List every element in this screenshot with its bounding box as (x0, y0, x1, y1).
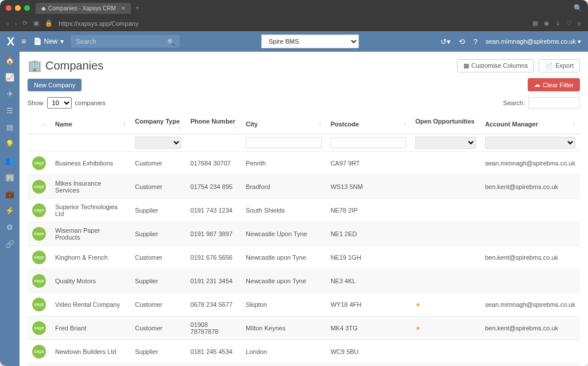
cell-phone: 0678 234 5677 (186, 293, 242, 317)
star-icon: ★ (415, 325, 421, 332)
chart-icon[interactable]: 📈 (5, 73, 14, 82)
table-row[interactable]: sage Newtown Builders Ltd Supplier 0181 … (28, 340, 580, 364)
sage-badge: sage (32, 345, 46, 359)
page-title: 🏢 Companies (28, 59, 103, 72)
power-icon[interactable]: ⚡ (5, 206, 14, 215)
list-icon[interactable]: ☰ (6, 106, 13, 115)
cell-opp (411, 246, 481, 269)
shield-icon[interactable]: ▣ (33, 20, 39, 27)
new-company-button[interactable]: New Company (28, 79, 82, 91)
search-icon[interactable]: 🔍 (167, 38, 175, 46)
ext-icon-3[interactable]: ⤓ (555, 20, 560, 27)
maximize-window-icon[interactable] (24, 5, 30, 11)
ext-icon[interactable]: ▦ (532, 20, 538, 27)
cell-name: Business Exhibitions (51, 152, 130, 175)
doc-icon[interactable]: ▤ (6, 123, 13, 132)
clear-filter-button[interactable]: ☁ Clear Filter (528, 78, 580, 91)
org-selector[interactable]: Spire BMS (261, 34, 359, 48)
bulb-icon[interactable]: 💡 (5, 140, 14, 148)
close-tab-icon[interactable]: × (122, 5, 125, 11)
settings-icon[interactable]: ⚙ (6, 223, 13, 232)
col-phone[interactable]: Phone Number↕ (186, 114, 242, 134)
table-row[interactable]: sage Fred Briant Customer 01908 78787878… (28, 317, 580, 340)
close-window-icon[interactable] (6, 5, 11, 11)
ext-icon-2[interactable]: ◉ (544, 20, 550, 27)
titlebar: ◆ Companies - Xapsys CRM × + 🔍 (0, 0, 588, 16)
cell-opp (411, 364, 481, 367)
new-button[interactable]: 📄 New ▾ (33, 37, 64, 45)
forward-icon[interactable]: › (15, 20, 17, 27)
table-row[interactable]: sage Video Rental Company Customer 0678 … (28, 293, 580, 317)
companies-label: companies (75, 99, 106, 106)
user-menu[interactable]: sean.mimnagh@spirebms.co.uk ▾ (486, 38, 581, 45)
col-sort[interactable]: ↑↓ (28, 114, 51, 134)
filter-opp[interactable] (415, 137, 476, 149)
menu-icon[interactable]: ≡ (578, 20, 581, 27)
cell-type: Supplier (130, 199, 185, 222)
cell-city: Newcastle upon Tyne (241, 246, 326, 269)
sage-badge: sage (32, 298, 46, 311)
cell-city: South Shields (241, 199, 326, 222)
search-icon[interactable]: 🔍 (574, 4, 582, 12)
col-type[interactable]: Company Type↕ (130, 114, 185, 134)
ext-icon-4[interactable]: ♡ (566, 20, 572, 27)
filter-type[interactable] (135, 137, 181, 149)
link-icon[interactable]: 🔗 (5, 240, 14, 248)
browser-tab[interactable]: ◆ Companies - Xapsys CRM × (36, 3, 131, 14)
minimize-window-icon[interactable] (15, 5, 21, 11)
url[interactable]: https://xapsys.app/Company (59, 20, 526, 27)
users-icon[interactable]: 👥 (5, 156, 14, 165)
table-row[interactable]: sage Mikes Insurance Services Customer 0… (28, 175, 580, 199)
filter-mgr[interactable] (485, 137, 575, 149)
dashboard-icon[interactable]: 🏠 (5, 56, 14, 65)
cell-mgr (481, 222, 580, 246)
table-row[interactable]: sage Quality Motors Supplier 0191 231 34… (28, 269, 580, 293)
cell-opp (411, 175, 481, 199)
sage-badge: sage (32, 274, 46, 288)
cell-city: Skipton (241, 293, 326, 317)
filter-city[interactable] (246, 137, 322, 148)
hamburger-icon[interactable]: ≡ (21, 37, 26, 46)
table-search-input[interactable] (528, 97, 580, 109)
cell-type: Customer (130, 293, 185, 317)
cell-phone: 017684 30707 (186, 152, 242, 175)
col-mgr[interactable]: Account Manager↕ (481, 114, 580, 134)
table-row[interactable]: sage Kinghorn & French Customer 0191 676… (28, 246, 580, 269)
table-row[interactable]: sage Superior Technologies Ltd Supplier … (28, 199, 580, 222)
cell-opp (411, 340, 481, 364)
table-row[interactable]: sage Business Exhibitions Customer 01768… (28, 152, 580, 175)
file-icon: 📄 (33, 37, 42, 45)
star-icon: ★ (415, 301, 421, 308)
sync-icon[interactable]: ⟲ (459, 37, 465, 46)
cell-postcode: MK4 3TG (326, 317, 411, 340)
col-opp[interactable]: Open Opportunities↕ (411, 114, 481, 134)
table-row[interactable]: sage Wiseman Paper Products Supplier 019… (28, 222, 580, 246)
cell-name: Macolm Hall Associates (51, 364, 130, 367)
building-icon[interactable]: 🏢 (5, 173, 14, 182)
table-row[interactable]: sage Macolm Hall Associates Customer 012… (28, 364, 580, 367)
col-name[interactable]: Name↕ (51, 114, 130, 134)
cell-name: Fred Briant (51, 317, 130, 340)
briefcase-icon[interactable]: 💼 (5, 190, 14, 198)
filter-postcode[interactable] (331, 137, 406, 148)
cell-phone: 01754 234 895 (186, 175, 242, 199)
history-icon[interactable]: ↺▾ (440, 37, 451, 46)
app-logo[interactable]: X (7, 35, 14, 48)
cell-mgr (481, 340, 580, 364)
export-button[interactable]: 📄 Export (539, 59, 580, 72)
cell-city: Bradford (241, 175, 326, 199)
col-city[interactable]: City↕ (241, 114, 326, 134)
new-tab-button[interactable]: + (136, 4, 140, 12)
customise-columns-button[interactable]: ▦ Customise Columns (457, 59, 534, 72)
reload-icon[interactable]: ⟳ (22, 20, 28, 27)
cell-name: Quality Motors (51, 269, 130, 293)
page-size-select[interactable]: 10 (47, 97, 72, 109)
search-input[interactable] (71, 35, 180, 48)
sidebar: 🏠 📈 ✈ ☰ ▤ 💡 👥 🏢 💼 ⚡ ⚙ 🔗 (0, 52, 20, 366)
cell-mgr: sean.mimnagh@spirebms.co.uk (481, 364, 580, 367)
col-postcode[interactable]: Postcode↕ (326, 114, 411, 134)
back-icon[interactable]: ‹ (7, 20, 9, 27)
help-icon[interactable]: ? (473, 37, 477, 46)
cell-type: Customer (130, 364, 185, 367)
send-icon[interactable]: ✈ (7, 90, 13, 98)
